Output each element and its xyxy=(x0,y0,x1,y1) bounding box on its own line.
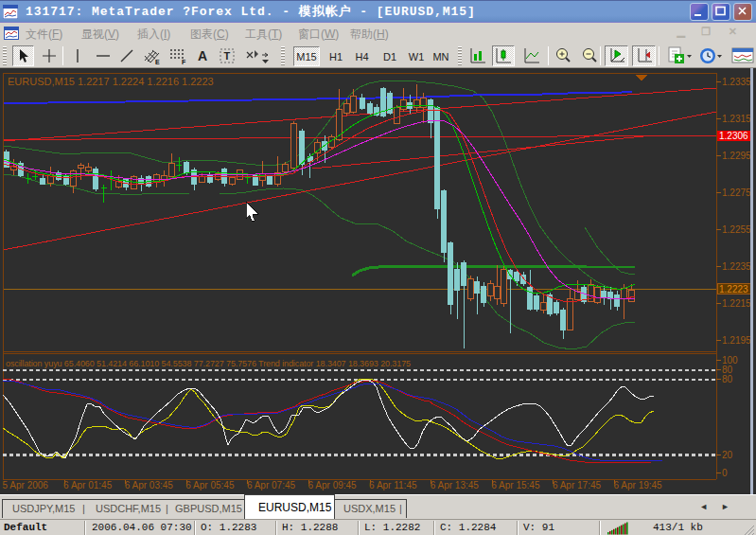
svg-text:20: 20 xyxy=(722,450,733,460)
svg-text:1.2195: 1.2195 xyxy=(722,335,751,346)
svg-text:6 Apr 09:45: 6 Apr 09:45 xyxy=(308,480,358,490)
svg-text:0: 0 xyxy=(722,468,728,478)
svg-text:F: F xyxy=(182,59,186,65)
svg-text:6 Apr 15:45: 6 Apr 15:45 xyxy=(491,480,540,490)
svg-text:6 Apr 17:45: 6 Apr 17:45 xyxy=(553,480,602,490)
svg-text:80: 80 xyxy=(722,374,733,384)
svg-text:oscillation yuyu 65.4060 51.42: oscillation yuyu 65.4060 51.4214 66.1010… xyxy=(6,359,411,368)
svg-text:1.2295: 1.2295 xyxy=(722,151,751,161)
svg-text:6 Apr 01:45: 6 Apr 01:45 xyxy=(63,480,113,490)
svg-text:1.2275: 1.2275 xyxy=(722,187,751,198)
svg-text:5 Apr 2006: 5 Apr 2006 xyxy=(3,480,49,490)
svg-text:1.2255: 1.2255 xyxy=(722,224,751,235)
svg-text:6 Apr 19:45: 6 Apr 19:45 xyxy=(614,480,663,490)
svg-text:6 Apr 13:45: 6 Apr 13:45 xyxy=(431,480,480,490)
svg-text:6 Apr 03:45: 6 Apr 03:45 xyxy=(125,480,174,490)
svg-text:T: T xyxy=(224,50,231,62)
svg-text:1.2215: 1.2215 xyxy=(722,298,751,309)
svg-text:6 Apr 05:45: 6 Apr 05:45 xyxy=(185,480,235,490)
svg-text:1.2306: 1.2306 xyxy=(719,131,748,141)
svg-text:1.2315: 1.2315 xyxy=(722,114,751,124)
svg-text:1.2335: 1.2335 xyxy=(722,77,751,87)
svg-text:EURUSD,M15 1.2217 1.2224 1.22: EURUSD,M15 1.2217 1.2224 1.2216 1.2223 xyxy=(8,76,214,87)
svg-text:6 Apr 07:45: 6 Apr 07:45 xyxy=(247,480,296,490)
svg-text:1.2223: 1.2223 xyxy=(719,284,748,294)
svg-text:6 Apr 11:45: 6 Apr 11:45 xyxy=(369,480,417,490)
svg-text:E: E xyxy=(155,59,160,65)
svg-text:1.2235: 1.2235 xyxy=(722,261,751,272)
